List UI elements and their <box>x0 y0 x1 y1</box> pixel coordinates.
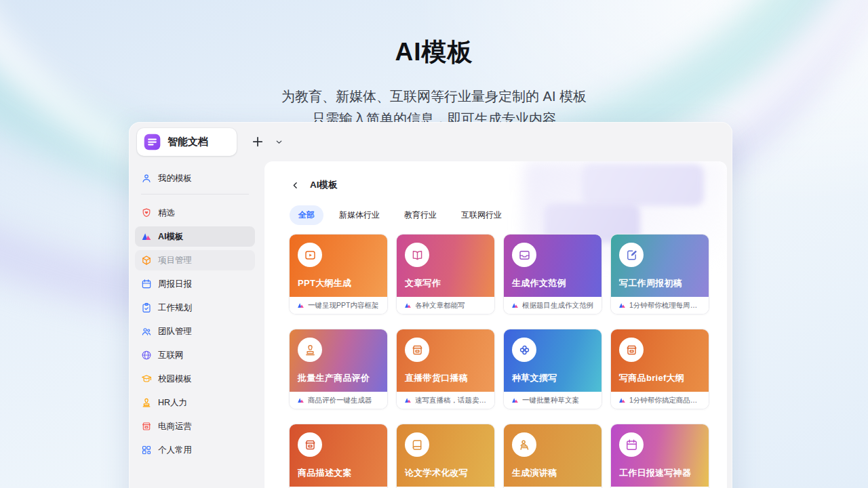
sidebar-item-周报日报[interactable]: 周报日报 <box>135 274 255 294</box>
brand-icon <box>511 302 519 309</box>
presentation-icon <box>304 249 317 262</box>
sidebar-item-label: 精选 <box>158 207 175 219</box>
sidebar-item-校园模板[interactable]: 校园模板 <box>135 369 255 389</box>
template-card-批量生产商品评价[interactable]: 批量生产商品评价 商品评价一键生成器 <box>290 329 387 409</box>
sidebar-item-项目管理[interactable]: 项目管理 <box>135 250 255 270</box>
sidebar-item-label: 电商运营 <box>158 421 192 432</box>
open-book-icon <box>405 243 429 267</box>
knot-icon <box>518 344 531 357</box>
template-card-商品描述文案[interactable]: 商品描述文案 <box>290 424 387 488</box>
graduation-icon <box>141 373 152 384</box>
template-card-title: PPT大纲生成 <box>298 277 351 289</box>
sidebar-divider <box>141 194 249 195</box>
plus-icon <box>251 135 264 148</box>
brand-icon <box>141 231 152 242</box>
knot-icon <box>512 338 536 362</box>
sidebar-item-电商运营[interactable]: 电商运营 <box>135 416 255 436</box>
app-switcher-pill[interactable]: 智能文档 <box>137 128 237 156</box>
smart-doc-logo-icon <box>143 133 161 151</box>
sidebar-item-label: AI模板 <box>158 231 184 243</box>
cube-icon <box>141 255 152 266</box>
book-icon <box>405 432 429 457</box>
store-icon <box>141 421 152 432</box>
template-card-cover: 工作日报速写神器 <box>611 424 709 487</box>
calendar-icon <box>141 279 152 289</box>
brand-icon <box>297 302 304 309</box>
template-card-种草文撰写[interactable]: 种草文撰写 一键批量种草文案 <box>504 329 601 409</box>
template-card-desc: 一键批量种草文案 <box>522 396 579 405</box>
hero-section: AI模板 为教育、新媒体、互联网等行业量身定制的 AI 模板 只需输入简单的信息… <box>0 0 868 130</box>
presentation-icon <box>298 243 322 267</box>
template-card-title: 生成演讲稿 <box>512 467 557 479</box>
expand-menu-button[interactable] <box>272 135 285 148</box>
sidebar-item-个人常用[interactable]: 个人常用 <box>135 440 255 460</box>
template-card-desc: 各种文章都能写 <box>415 301 465 310</box>
sidebar-item-label: 工作规划 <box>158 302 192 314</box>
template-card-直播带货口播稿[interactable]: 直播带货口播稿 速写直播稿，话题卖点… <box>397 329 494 409</box>
template-card-cover: PPT大纲生成 <box>290 235 387 297</box>
sidebar-item-label: 校园模板 <box>158 373 192 385</box>
sidebar-item-label: 互联网 <box>158 350 184 361</box>
tab-全部[interactable]: 全部 <box>290 205 323 225</box>
chevron-left-icon <box>291 181 300 190</box>
brand-icon <box>511 396 519 404</box>
store-icon <box>141 421 152 432</box>
subtitle-line-1: 为教育、新媒体、互联网等行业量身定制的 AI 模板 <box>0 85 868 108</box>
section-title: AI模板 <box>310 179 338 191</box>
template-card-title: 批量生产商品评价 <box>298 372 370 384</box>
breadcrumb: AI模板 <box>290 179 713 191</box>
tab-互联网行业[interactable]: 互联网行业 <box>452 205 511 225</box>
sidebar-item-互联网[interactable]: 互联网 <box>135 345 255 365</box>
template-card-文章写作[interactable]: 文章写作 各种文章都能写 <box>397 235 494 314</box>
template-card-grid: PPT大纲生成 一键呈现PPT内容框架 文章写作 各种文章都能写 生成作文范例 … <box>290 235 709 488</box>
sidebar-item-label: 周报日报 <box>158 279 192 290</box>
sidebar-item-label: 个人常用 <box>158 445 192 456</box>
calendar-icon <box>619 432 644 457</box>
sidebar-item-AI模板[interactable]: AI模板 <box>135 226 255 247</box>
store-icon <box>405 338 429 362</box>
template-card-cover: 生成作文范例 <box>504 235 601 297</box>
brand-icon <box>297 396 304 404</box>
template-card-footer: 各种文章都能写 <box>397 297 494 314</box>
calendar-icon <box>141 279 152 289</box>
template-card-生成作文范例[interactable]: 生成作文范例 根据题目生成作文范例 <box>504 235 601 314</box>
inbox-icon <box>518 249 531 262</box>
template-card-cover: 写工作周报初稿 <box>611 235 709 297</box>
template-card-论文学术化改写[interactable]: 论文学术化改写 <box>397 424 494 488</box>
grid-icon <box>141 445 152 455</box>
store-icon <box>625 344 638 357</box>
brand-icon <box>404 396 412 404</box>
back-button[interactable] <box>290 180 300 190</box>
template-card-工作日报速写神器[interactable]: 工作日报速写神器 <box>611 424 709 488</box>
sidebar-item-精选[interactable]: 精选 <box>135 203 255 223</box>
sidebar-item-团队管理[interactable]: 团队管理 <box>135 321 255 342</box>
brand-icon <box>404 302 412 309</box>
tab-教育行业[interactable]: 教育行业 <box>395 205 446 225</box>
template-card-footer: 速写直播稿，话题卖点… <box>397 392 494 409</box>
globe-icon <box>141 350 152 361</box>
graduation-icon <box>141 373 152 384</box>
brand-icon <box>404 396 412 404</box>
template-card-title: 工作日报速写神器 <box>619 467 691 479</box>
speech-icon <box>512 432 536 457</box>
template-card-desc: 速写直播稿，话题卖点… <box>415 396 487 405</box>
template-card-desc: 1分钟帮你搞定商品宣传… <box>629 396 701 405</box>
brand-icon <box>141 231 152 242</box>
template-card-footer: 1分钟帮你梳理每周事项 <box>611 297 709 314</box>
brand-icon <box>511 396 519 404</box>
template-card-生成演讲稿[interactable]: 生成演讲稿 <box>504 424 601 488</box>
sidebar-item-HR人力[interactable]: HR人力 <box>135 392 255 413</box>
add-button[interactable] <box>249 133 267 150</box>
template-card-footer: 商品评价一键生成器 <box>290 392 387 409</box>
window-body: 我的模板 精选 AI模板 项目管理 周报日报 工作规划 团队管理 互联网 校园模… <box>129 161 732 488</box>
tab-新媒体行业[interactable]: 新媒体行业 <box>330 205 389 225</box>
template-card-footer: 根据题目生成作文范例 <box>504 297 601 314</box>
sidebar-item-工作规划[interactable]: 工作规划 <box>135 298 255 318</box>
template-card-写商品brief大纲[interactable]: 写商品brief大纲 1分钟帮你搞定商品宣传… <box>611 329 709 409</box>
badge-heart-icon <box>141 207 152 218</box>
template-card-title: 写商品brief大纲 <box>619 372 684 384</box>
user-icon <box>141 173 152 184</box>
sidebar-item-我的模板[interactable]: 我的模板 <box>135 168 255 188</box>
template-card-PPT大纲生成[interactable]: PPT大纲生成 一键呈现PPT内容框架 <box>290 235 387 314</box>
template-card-写工作周报初稿[interactable]: 写工作周报初稿 1分钟帮你梳理每周事项 <box>611 235 709 314</box>
